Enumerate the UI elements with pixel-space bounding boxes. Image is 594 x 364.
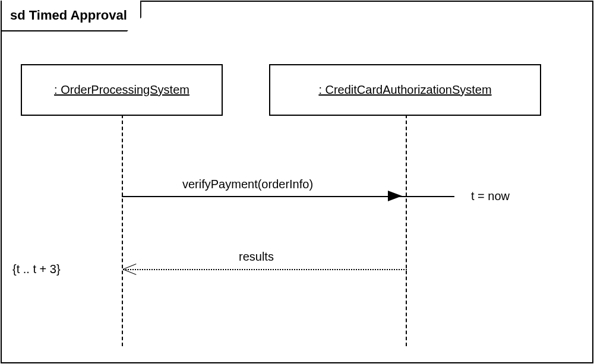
arrowhead-open-icon bbox=[123, 263, 137, 275]
message-line-call bbox=[122, 196, 454, 197]
message-label-return: results bbox=[239, 250, 274, 264]
lifeline-label: : CreditCardAuthorizationSystem bbox=[318, 83, 491, 96]
timing-constraint-left: {t .. t + 3} bbox=[12, 262, 61, 276]
lifeline-label: : OrderProcessingSystem bbox=[54, 83, 189, 96]
arrowhead-icon bbox=[388, 191, 402, 201]
timing-note-right: t = now bbox=[471, 189, 510, 203]
message-line-return bbox=[123, 269, 407, 270]
lifeline-line bbox=[122, 115, 123, 346]
message-label-call: verifyPayment(orderInfo) bbox=[182, 178, 313, 191]
lifeline-line bbox=[406, 115, 407, 346]
diagram-title: sd Timed Approval bbox=[1, 1, 141, 31]
sequence-diagram-frame: sd Timed Approval : OrderProcessingSyste… bbox=[1, 1, 593, 363]
lifeline-credit-card-auth: : CreditCardAuthorizationSystem bbox=[269, 64, 541, 116]
lifeline-order-processing: : OrderProcessingSystem bbox=[21, 64, 223, 116]
